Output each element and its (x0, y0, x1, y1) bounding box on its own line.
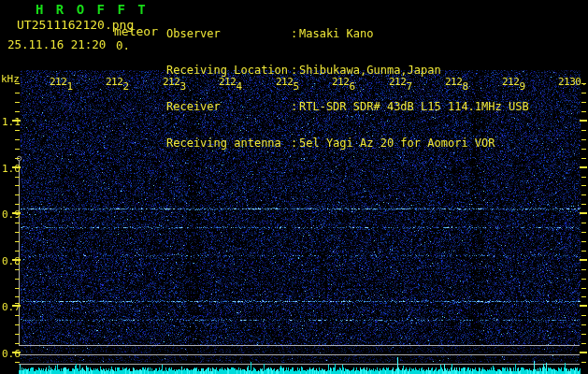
echo-counter: 0. (116, 38, 130, 52)
hrofft-screen: H R O F F T UT2511162120.png meteor 25.1… (0, 0, 588, 374)
time-label-2121: 2121 (50, 76, 73, 88)
meteor-mode-label: meteor (114, 24, 158, 38)
info-row-antenna: Receiving antenna:5el Yagi Az 20 for Aom… (166, 137, 529, 150)
info-value-location: Shibukawa,Gunma,Japan (299, 65, 441, 77)
info-label-antenna: Receiving antenna (166, 137, 291, 150)
info-label-receiver: Receiver (166, 101, 291, 113)
info-colon: : (291, 28, 299, 40)
freq-label-0-9: 0.9 (2, 209, 21, 221)
info-label-observer: Observer (166, 28, 291, 40)
time-label-2128: 2128 (445, 76, 468, 88)
freq-label-1-1: 1.1 (2, 116, 21, 128)
time-label-2124: 2124 (219, 76, 242, 88)
time-label-2126: 2126 (332, 76, 355, 88)
info-colon: : (291, 137, 299, 150)
time-label-2123: 2123 (163, 76, 186, 88)
time-label-2125: 2125 (276, 76, 299, 88)
app-title: H R O F F T (36, 2, 148, 17)
freq-label-1-0: 1.0 (2, 163, 21, 175)
freq-axis-unit: kHz (1, 73, 20, 85)
time-label-2129: 2129 (502, 76, 525, 88)
station-info-table: Observer:Masaki Kano Receiving Location:… (166, 4, 529, 174)
info-row-receiver: Receiver:RTL-SDR SDR# 43dB L15 114.1MHz … (166, 101, 529, 113)
info-row-observer: Observer:Masaki Kano (166, 28, 529, 40)
time-label-2127: 2127 (389, 76, 412, 88)
info-colon: : (291, 101, 299, 113)
freq-label-0-6: 0.6 (2, 348, 21, 360)
time-label-2122: 2122 (106, 76, 129, 88)
info-value-observer: Masaki Kano (299, 28, 373, 40)
time-label-2130: 2130. (558, 76, 587, 88)
freq-label-0-8: 0.8 (2, 255, 21, 267)
info-value-receiver: RTL-SDR SDR# 43dB L15 114.1MHz USB (299, 101, 529, 113)
info-value-antenna: 5el Yagi Az 20 for Aomori VOR (299, 137, 495, 150)
freq-label-0-7: 0.7 (2, 301, 21, 313)
datetime-label: 25.11.16 21:20 (7, 37, 106, 51)
